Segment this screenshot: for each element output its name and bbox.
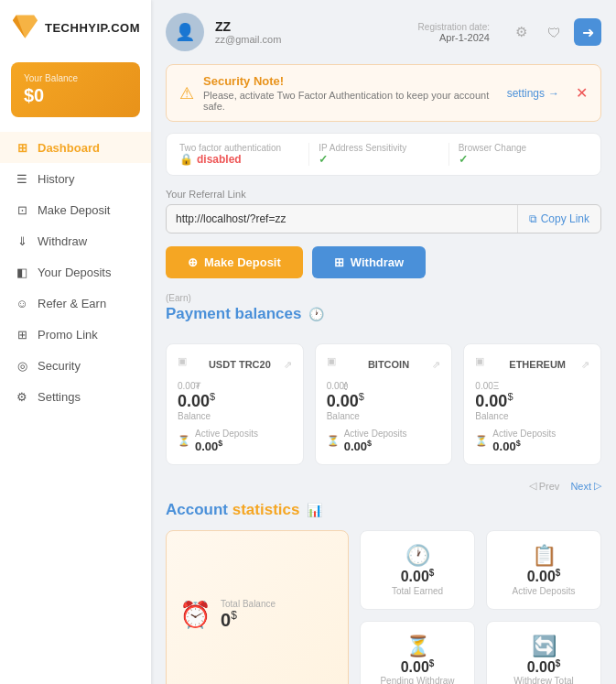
nav-label-refer-earn: Refer & Earn (38, 297, 106, 310)
tfa-ip-item: IP Address Sensitivity ✓ (309, 143, 448, 166)
total-balance-value: 0$ (221, 609, 276, 631)
sidebar-item-history[interactable]: ☰History (0, 163, 151, 194)
action-buttons: ⊕ Make Deposit ⊞ Withdraw (166, 246, 601, 278)
sidebar-item-settings[interactable]: ⚙Settings (0, 381, 151, 412)
pagination-row: ◁ Prev Next ▷ (166, 480, 601, 492)
security-close-button[interactable]: ✕ (576, 84, 588, 102)
reg-label: Registration date: (418, 22, 490, 32)
earned-icon: 🕐 (405, 544, 430, 568)
active-deposits-value: 0.00$ (527, 568, 561, 585)
payment-section: (Earn) Payment balances 🕐 ▣ USDT TRC20 ⇗… (166, 293, 601, 492)
next-icon: ▷ (594, 480, 601, 492)
shield-icon[interactable]: 🛡 (541, 19, 567, 45)
tfa-row: Two factor authentication 🔒 disabled IP … (166, 133, 601, 176)
nav-label-security: Security (38, 359, 81, 373)
tfa-browser-value: ✓ (459, 153, 526, 166)
user-info: ZZ zz@gmail.com (215, 19, 407, 45)
security-settings-link[interactable]: settings → (507, 87, 559, 100)
nav-label-make-deposit: Make Deposit (38, 203, 110, 217)
active-deposits-label: Active Deposits (513, 586, 576, 596)
balance-label: Your Balance (24, 73, 127, 83)
coin-small-val-1: 0.00₿ (327, 381, 441, 391)
tfa-browser-label: Browser Change (459, 143, 526, 153)
sidebar: TECHHYIP.COM Your Balance $0 ⊞Dashboard☰… (0, 0, 151, 684)
tfa-ip-label: IP Address Sensitivity (319, 143, 406, 153)
check-icon: ✓ (319, 153, 328, 166)
tfa-2fa-item: Two factor authentication 🔒 disabled (179, 143, 309, 166)
statistics-section: Account statistics 📊 ⏰ Total Balance 0$ (166, 501, 601, 684)
payment-card-ethereum: ▣ ETHEREUM ⇗ 0.00Ξ 0.00$ Balance ⏳ Activ… (463, 343, 601, 465)
active-deposits-card: 📋 0.00$ Active Deposits (486, 530, 601, 609)
coin-small-val-2: 0.00Ξ (475, 381, 589, 391)
logo-area: TECHHYIP.COM (0, 0, 151, 55)
pending-icon: ⏳ (405, 635, 430, 658)
nav-label-history: History (38, 172, 74, 186)
total-earned-card: 🕐 0.00$ Total Earned (360, 530, 475, 609)
hourglass-icon-2: ⏳ (475, 435, 488, 447)
exit-button[interactable]: ➜ (574, 18, 601, 46)
nav-icon-your-deposits: ◧ (15, 265, 29, 279)
topbar: 👤 ZZ zz@gmail.com Registration date: Apr… (166, 13, 601, 51)
pending-withdraw-card: ⏳ 0.00$ Pending Withdraw (360, 621, 475, 684)
nav-icon-refer-earn: ☺ (15, 296, 29, 310)
coin-balance-1: 0.00$ (327, 391, 441, 411)
nav-icon-withdraw: ⇓ (15, 233, 29, 248)
balance-stat-icon: ⏰ (179, 600, 211, 630)
sidebar-item-your-deposits[interactable]: ◧Your Deposits (0, 256, 151, 288)
copy-icon: ⧉ (529, 212, 537, 225)
total-balance-label: Total Balance (221, 599, 276, 609)
withdrew-total-value: 0.00$ (527, 658, 561, 676)
prev-button[interactable]: ◁ Prev (529, 480, 560, 492)
withdrew-icon: 🔄 (532, 635, 557, 658)
stats-title: Account statistics (166, 501, 299, 519)
balance-card: Your Balance $0 (11, 62, 140, 117)
payment-card-usdt-trc20: ▣ USDT TRC20 ⇗ 0.00₮ 0.00$ Balance ⏳ Act… (166, 343, 304, 465)
sidebar-item-make-deposit[interactable]: ⊡Make Deposit (0, 194, 151, 225)
nav-icon-dashboard: ⊞ (15, 140, 29, 155)
sidebar-nav: ⊞Dashboard☰History⊡Make Deposit⇓Withdraw… (0, 125, 151, 684)
referral-input[interactable] (167, 205, 517, 233)
coin-balance-label-1: Balance (327, 411, 441, 421)
security-title: Security Note! (203, 74, 498, 88)
withdraw-button[interactable]: ⊞ Withdraw (312, 246, 426, 278)
coin-name-1: BITCOIN (368, 359, 409, 370)
stats-icon: 📊 (307, 503, 322, 517)
sidebar-item-refer-earn[interactable]: ☺Refer & Earn (0, 288, 151, 319)
user-name: ZZ (215, 19, 407, 34)
payment-section-header: (Earn) Payment balances 🕐 (166, 293, 324, 334)
tfa-2fa-value: 🔒 disabled (179, 153, 281, 166)
nav-label-dashboard: Dashboard (38, 141, 100, 155)
make-deposit-button[interactable]: ⊕ Make Deposit (166, 246, 303, 278)
nav-label-your-deposits: Your Deposits (38, 266, 111, 279)
lock-icon: 🔒 (179, 153, 193, 166)
referral-input-row: ⧉ Copy Link (166, 204, 601, 233)
balance-value: $0 (24, 85, 127, 106)
withdraw-icon: ⊞ (334, 255, 344, 269)
active-dep-val-2: 0.00$ (492, 439, 556, 453)
coin-balance-label-2: Balance (475, 411, 589, 421)
settings-icon[interactable]: ⚙ (508, 19, 534, 45)
nav-label-promo-link: Promo Link (38, 328, 98, 342)
sidebar-item-security[interactable]: ◎Security (0, 350, 151, 381)
total-balance-card: ⏰ Total Balance 0$ (166, 530, 349, 684)
prev-icon: ◁ (529, 480, 536, 492)
export-icon-0: ⇗ (284, 359, 292, 371)
reg-date-value: Apr-1-2024 (418, 32, 490, 43)
sidebar-item-dashboard[interactable]: ⊞Dashboard (0, 132, 151, 163)
clock-icon: 🕐 (308, 307, 324, 321)
withdrew-total-card: 🔄 0.00$ Withdrew Total (486, 621, 601, 684)
sidebar-item-promo-link[interactable]: ⊞Promo Link (0, 319, 151, 350)
coin-balance-0: 0.00$ (178, 391, 292, 411)
copy-link-button[interactable]: ⧉ Copy Link (517, 205, 600, 233)
next-button[interactable]: Next ▷ (570, 480, 601, 492)
sidebar-item-withdraw[interactable]: ⇓Withdraw (0, 225, 151, 256)
nav-icon-security: ◎ (15, 358, 29, 373)
logo-text: TECHHYIP.COM (45, 21, 140, 35)
coin-name-0: USDT TRC20 (209, 359, 271, 370)
avatar: 👤 (166, 13, 204, 51)
payment-card-bitcoin: ▣ BITCOIN ⇗ 0.00₿ 0.00$ Balance ⏳ Active… (315, 343, 453, 465)
deposits-icon: 📋 (532, 544, 557, 568)
tfa-ip-value: ✓ (319, 153, 406, 166)
withdrew-total-label: Withdrew Total (513, 676, 573, 684)
logo-icon (11, 13, 39, 42)
